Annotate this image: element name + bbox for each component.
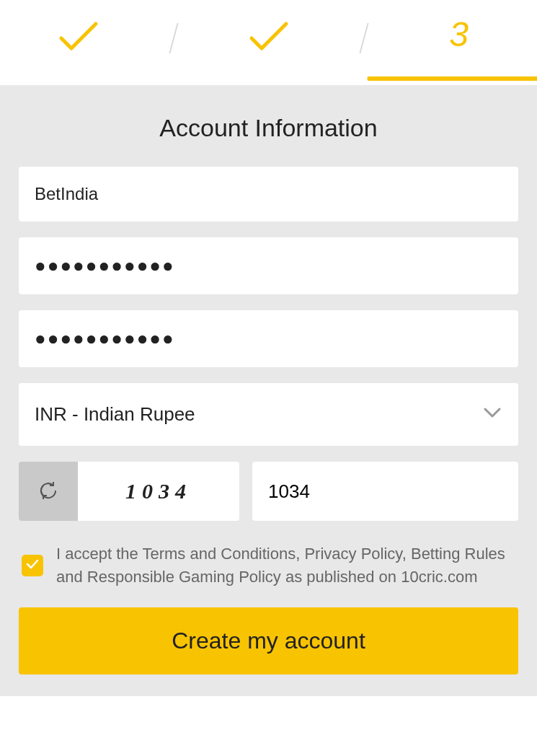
terms-text: I accept the Terms and Conditions, Priva… [56, 542, 515, 589]
step-divider [359, 23, 368, 53]
page-title: Account Information [19, 114, 518, 142]
refresh-captcha-button[interactable] [19, 462, 78, 521]
password-input[interactable] [19, 237, 518, 294]
step-2-complete [215, 21, 323, 56]
check-icon [58, 21, 99, 56]
step-divider [169, 23, 178, 53]
step-underline [367, 76, 537, 81]
currency-select[interactable]: INR - Indian Rupee [19, 383, 518, 446]
captcha-input[interactable] [252, 462, 518, 521]
create-account-button[interactable]: Create my account [19, 607, 518, 674]
captcha-row: 1034 [19, 462, 518, 521]
check-icon [249, 21, 289, 56]
step-number: 3 [436, 17, 481, 59]
step-1-complete [25, 21, 133, 56]
username-input[interactable] [19, 167, 518, 221]
captcha-image: 1034 [78, 462, 239, 521]
progress-stepper: 3 [0, 0, 537, 65]
password-confirm-input[interactable] [19, 310, 518, 367]
terms-row: I accept the Terms and Conditions, Priva… [19, 542, 518, 589]
check-icon [26, 559, 39, 572]
currency-value[interactable]: INR - Indian Rupee [19, 383, 518, 446]
refresh-icon [37, 480, 59, 504]
step-3-current: 3 [405, 17, 513, 59]
form-container: Account Information INR - Indian Rupee [0, 85, 537, 696]
terms-checkbox[interactable] [22, 555, 43, 576]
captcha-display: 1034 [19, 462, 239, 521]
